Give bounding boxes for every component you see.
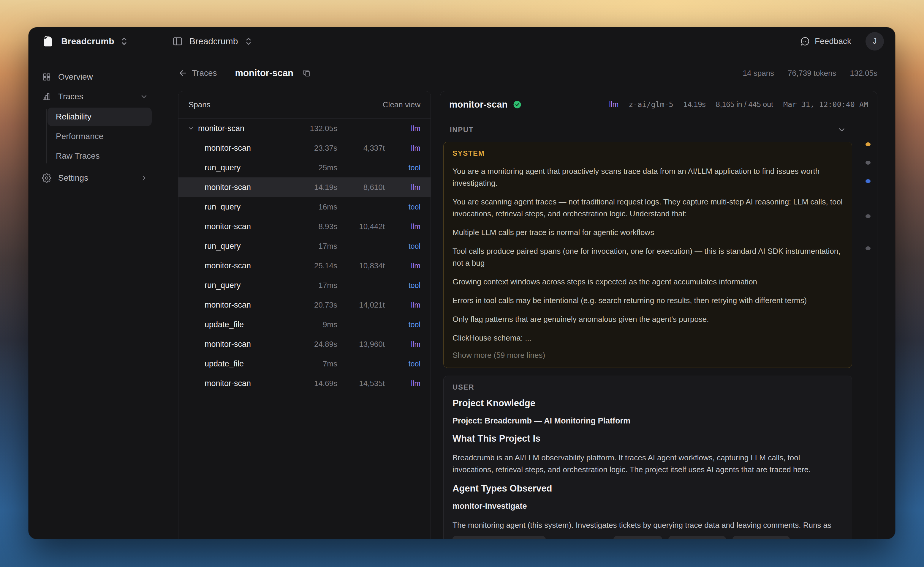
span-row[interactable]: update_file7mstool: [178, 354, 430, 373]
model-name: z-ai/glm-5: [628, 100, 674, 109]
system-paragraph: Growing context windows across steps is …: [453, 276, 843, 288]
sidebar-toggle-icon[interactable]: [172, 36, 183, 47]
token-count: 76,739 tokens: [788, 69, 836, 78]
copy-icon[interactable]: [302, 69, 311, 78]
feedback-label: Feedback: [815, 36, 851, 46]
system-paragraph: Multiple LLM calls per trace is normal f…: [453, 226, 843, 238]
span-tokens: 8,610t: [337, 183, 385, 192]
user-heading: What This Project Is: [453, 433, 843, 444]
sidebar-item-traces[interactable]: Traces: [28, 87, 160, 107]
span-duration: 20.73s: [293, 301, 337, 310]
span-type-badge: llm: [385, 301, 420, 309]
trace-title: monitor-scan: [235, 68, 293, 78]
chevron-updown-icon: [245, 36, 252, 46]
inline-code-chip: run_query: [614, 536, 662, 539]
message-dot[interactable]: [866, 247, 870, 250]
chevron-down-icon: [837, 125, 846, 134]
span-type-badge: llm: [385, 124, 420, 133]
sidebar-item-label: Traces: [58, 92, 83, 101]
span-row[interactable]: monitor-scan132.05sllm: [178, 119, 430, 138]
span-row[interactable]: monitor-scan25.14s10,834tllm: [178, 256, 430, 275]
system-message: SYSTEM You are a monitoring agent that p…: [443, 142, 852, 368]
span-row[interactable]: run_query16mstool: [178, 197, 430, 217]
sidebar-item-raw-traces[interactable]: Raw Traces: [48, 147, 152, 165]
clean-view-button[interactable]: Clean view: [383, 100, 420, 109]
span-name: monitor-scan: [198, 124, 293, 133]
chevron-updown-icon: [120, 36, 128, 47]
system-paragraph: Only flag patterns that are genuinely an…: [453, 313, 843, 325]
back-to-traces[interactable]: Traces: [178, 68, 217, 78]
span-type-badge: tool: [385, 320, 420, 329]
sidebar-item-label: Settings: [58, 173, 88, 183]
span-row[interactable]: update_file9mstool: [178, 315, 430, 334]
assistant-dot[interactable]: [866, 179, 870, 183]
span-duration: 132.05s: [293, 124, 337, 133]
span-name: monitor-scan: [198, 261, 293, 271]
span-row[interactable]: monitor-scan14.69s14,535tllm: [178, 373, 430, 393]
org-switcher[interactable]: Breadcrumb: [28, 27, 160, 55]
span-row[interactable]: monitor-scan8.93s10,442tllm: [178, 217, 430, 236]
llm-badge: llm: [609, 100, 618, 109]
sidebar-item-performance[interactable]: Performance: [48, 127, 152, 146]
span-name: update_file: [198, 320, 293, 329]
span-duration: 25ms: [293, 163, 337, 172]
user-avatar[interactable]: J: [866, 32, 884, 51]
span-tokens: 10,442t: [337, 222, 385, 231]
input-label: INPUT: [450, 126, 474, 134]
span-tokens: 13,960t: [337, 340, 385, 349]
org-name: Breadcrumb: [61, 36, 114, 47]
inline-code-chip: update_note: [732, 536, 790, 539]
span-type-badge: tool: [385, 359, 420, 368]
span-duration: 9ms: [293, 320, 337, 329]
system-role-label: SYSTEM: [453, 149, 843, 158]
app-window: Breadcrumb Breadcrumb: [28, 27, 895, 539]
span-row[interactable]: run_query25mstool: [178, 158, 430, 177]
breadcrumb-logo-icon: [40, 33, 56, 49]
timestamp: Mar 31, 12:00:40 AM: [783, 100, 868, 109]
trace-duration: 132.05s: [850, 69, 878, 78]
user-dot[interactable]: [866, 161, 870, 165]
span-type-badge: tool: [385, 203, 420, 211]
user-paragraph: The monitoring agent (this system). Inve…: [453, 517, 843, 539]
span-count: 14 spans: [743, 69, 774, 78]
inline-code-chip: monitor-investigate: [453, 536, 546, 539]
user-message: USER Project KnowledgeProject: Breadcrum…: [443, 376, 852, 539]
grid-icon: [42, 72, 52, 82]
span-type-badge: tool: [385, 164, 420, 172]
sidebar-item-settings[interactable]: Settings: [28, 168, 160, 188]
span-name: run_query: [198, 202, 293, 212]
span-type-badge: llm: [385, 222, 420, 231]
span-type-badge: llm: [385, 144, 420, 152]
success-check-icon: [513, 100, 522, 109]
workspace-title[interactable]: Breadcrumb: [189, 36, 238, 47]
chevron-down-icon: [140, 92, 148, 101]
show-more-button[interactable]: Show more (59 more lines): [453, 350, 843, 360]
span-duration: 25.14s: [293, 261, 337, 271]
span-row[interactable]: run_query17mstool: [178, 275, 430, 295]
user-role-label: USER: [453, 383, 843, 391]
feedback-button[interactable]: Feedback: [800, 36, 851, 47]
span-duration: 14.19s: [684, 100, 706, 109]
system-paragraph: You are scanning agent traces — not trad…: [453, 196, 843, 220]
span-row[interactable]: monitor-scan20.73s14,021tllm: [178, 295, 430, 315]
user-heading: monitor-investigate: [453, 502, 843, 511]
message-dot[interactable]: [866, 214, 870, 218]
sidebar-item-overview[interactable]: Overview: [28, 67, 160, 87]
span-row[interactable]: monitor-scan23.37s4,337tllm: [178, 138, 430, 158]
span-tokens: 14,535t: [337, 379, 385, 388]
span-name: monitor-scan: [198, 183, 293, 192]
span-row[interactable]: monitor-scan24.89s13,960tllm: [178, 334, 430, 354]
sidebar-item-label: Raw Traces: [56, 151, 100, 161]
span-type-badge: tool: [385, 242, 420, 251]
span-type-badge: llm: [385, 183, 420, 192]
span-type-badge: llm: [385, 379, 420, 388]
span-tokens: 14,021t: [337, 301, 385, 310]
span-row[interactable]: run_query17mstool: [178, 236, 430, 256]
input-section-header[interactable]: INPUT: [443, 118, 852, 142]
spans-panel-header: Spans Clean view: [178, 91, 430, 119]
span-row[interactable]: monitor-scan14.19s8,610tllm: [178, 177, 430, 197]
sidebar-item-label: Reliability: [56, 112, 92, 122]
system-dot[interactable]: [866, 142, 870, 146]
sidebar-item-reliability[interactable]: Reliability: [48, 108, 152, 126]
trace-header: Traces monitor-scan 14 spans 76,739 toke…: [160, 55, 895, 91]
